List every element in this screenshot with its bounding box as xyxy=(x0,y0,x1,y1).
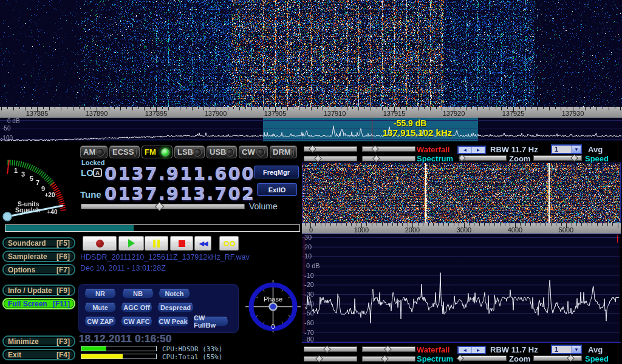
db-scale-label: -50 xyxy=(2,125,10,132)
left-arrow-icon[interactable]: ◄ xyxy=(459,147,471,153)
main-spectrum-display[interactable]: 0 dB -50 -100 -55.9 dB 137.915.102 kHz xyxy=(0,118,622,141)
cursor-freq-readout: 137.915.102 kHz xyxy=(383,127,452,138)
right-arrow-icon[interactable]: ► xyxy=(471,147,485,153)
despread-button[interactable]: Despread xyxy=(157,303,194,312)
main-waterfall-display[interactable] xyxy=(0,0,622,107)
combo-dropdown-icon[interactable]: ▾ xyxy=(572,346,581,353)
s-meter[interactable]: 1 3 5 7 9 +20 +40 S-units Squelch xyxy=(0,146,78,226)
mode-button-lsb[interactable]: LSB xyxy=(174,146,205,158)
mode-led-icon xyxy=(193,148,202,157)
phase-dial: Phase 0 xyxy=(245,273,301,340)
lo-frequency-display[interactable]: 0137.911.600 xyxy=(104,165,248,183)
mode-led-icon xyxy=(226,148,234,157)
cpu-total-fill xyxy=(81,354,123,359)
agc-off-button[interactable]: AGC Off xyxy=(121,303,152,312)
mute-button[interactable]: Mute xyxy=(84,303,116,312)
mode-button-row: AM ECSS FM LSB USB CW DRM xyxy=(80,146,298,159)
mode-button-drm[interactable]: DRM xyxy=(270,146,297,158)
speed-slider[interactable] xyxy=(533,356,582,361)
loop-button[interactable] xyxy=(219,236,239,251)
cpu-hdsdr-fill xyxy=(81,346,106,351)
af-db-label: 20 xyxy=(304,243,312,251)
nb-button[interactable]: NB xyxy=(122,289,154,298)
main-spectrum-trace xyxy=(0,118,622,141)
spectrum-offset-slider[interactable] xyxy=(362,356,415,362)
af-db-label: -80 xyxy=(304,335,314,343)
waterfall-shift-spinner[interactable]: ◄► xyxy=(457,346,486,354)
af-tick-label: 3000 xyxy=(451,226,477,234)
lo-a-badge[interactable]: A xyxy=(93,168,102,177)
tune-frequency-display[interactable]: 0137.913.702 xyxy=(104,185,248,203)
af-db-label: 30 xyxy=(304,234,312,241)
af-db-label: -10 xyxy=(304,272,314,279)
mode-button-usb[interactable]: USB xyxy=(207,146,237,158)
play-button[interactable] xyxy=(118,236,144,251)
freq-tick-label: 137915 xyxy=(376,110,412,117)
lo-label: LO xyxy=(81,167,94,178)
notch-button[interactable]: Notch xyxy=(159,289,190,298)
samplerate-button[interactable]: Samplerate[F6] xyxy=(2,251,75,262)
waterfall-label: Waterfall xyxy=(417,145,449,154)
recording-timestamp: Dec 10, 2011 - 13:01:28Z xyxy=(80,264,166,272)
zoom-slider[interactable] xyxy=(459,155,507,161)
zoom-label: Zoom xyxy=(509,154,530,163)
waterfall-shift-spinner[interactable]: ◄► xyxy=(457,146,486,154)
stop-button[interactable] xyxy=(170,236,193,251)
svg-text:3: 3 xyxy=(21,170,25,178)
rbw-label: RBW 11.7 Hz xyxy=(490,345,538,354)
combo-dropdown-icon[interactable]: ▾ xyxy=(572,146,581,153)
spectrum-range-slider[interactable] xyxy=(304,356,357,362)
pause-button[interactable] xyxy=(145,236,168,251)
af-frequency-scale[interactable]: 0 1000 2000 3000 4000 5000 xyxy=(302,223,621,234)
af-db-label: 10 xyxy=(304,252,312,260)
cw-peak-button[interactable]: CW Peak xyxy=(157,317,189,326)
rbw-label: RBW 11.7 Hz xyxy=(490,145,538,154)
waterfall-label: Waterfall xyxy=(417,345,449,354)
rewind-button[interactable]: ◀◀ xyxy=(194,236,211,251)
mode-button-ecss[interactable]: ECSS xyxy=(109,146,140,158)
minimize-button[interactable]: Minimize[F3] xyxy=(2,335,75,347)
mode-button-cw[interactable]: CW xyxy=(239,146,268,158)
exit-button[interactable]: Exit[F4] xyxy=(2,349,75,360)
playback-position-bar[interactable] xyxy=(5,224,300,232)
avg-combo[interactable]: 1▾ xyxy=(551,144,582,154)
options-button[interactable]: Options[F7] xyxy=(2,264,75,275)
waterfall-contrast-slider[interactable] xyxy=(362,146,415,152)
left-arrow-icon[interactable]: ◄ xyxy=(459,347,471,353)
cw-fullbw-button[interactable]: CW FullBw xyxy=(193,317,228,326)
freq-tick-label: 137930 xyxy=(555,110,591,117)
af-tick-label: 2000 xyxy=(399,226,426,234)
speed-label: Speed xyxy=(585,354,609,363)
cw-zap-button[interactable]: CW ZAP xyxy=(84,317,116,326)
waterfall-brightness-slider[interactable] xyxy=(304,346,357,352)
info-update-button[interactable]: Info / Update[F9] xyxy=(2,285,75,296)
play-icon xyxy=(128,239,135,248)
svg-text:+20: +20 xyxy=(45,192,55,198)
svg-text:7: 7 xyxy=(36,179,39,186)
right-arrow-icon[interactable]: ► xyxy=(471,347,485,353)
spectrum-label: Spectrum xyxy=(417,154,453,163)
af-spectrum-display[interactable]: 30 20 10 0 dB -10 -20 -30 -40 -50 -60 -7… xyxy=(302,234,621,343)
waterfall-contrast-slider[interactable] xyxy=(362,346,415,352)
nr-button[interactable]: NR xyxy=(84,289,116,298)
mode-button-fm[interactable]: FM xyxy=(142,146,173,158)
volume-slider[interactable] xyxy=(81,204,245,209)
fullscreen-button[interactable]: Full Screen[F11] xyxy=(2,298,75,309)
speed-slider[interactable] xyxy=(533,155,582,161)
record-button[interactable] xyxy=(83,236,117,251)
spectrum-offset-slider[interactable] xyxy=(362,156,415,161)
avg-combo[interactable]: 1▾ xyxy=(551,345,582,354)
soundcard-button[interactable]: Soundcard[F5] xyxy=(2,237,75,249)
spectrum-range-slider[interactable] xyxy=(304,156,357,161)
af-waterfall-display[interactable] xyxy=(302,163,621,223)
freqmgr-button[interactable]: FreqMgr xyxy=(254,166,299,178)
cw-afc-button[interactable]: CW AFC xyxy=(121,317,152,326)
extio-button[interactable]: ExtIO xyxy=(257,183,297,196)
display-controls-top: Waterfall ◄► RBW 11.7 Hz 1▾ Avg Spectrum… xyxy=(301,144,622,163)
waterfall-brightness-slider[interactable] xyxy=(304,146,357,152)
zoom-slider[interactable] xyxy=(459,356,507,361)
volume-slider-thumb[interactable] xyxy=(154,202,164,212)
freq-tick-label: 137885 xyxy=(19,110,55,117)
mode-button-am[interactable]: AM xyxy=(80,146,108,158)
main-frequency-scale[interactable]: 137885 137890 137895 137900 137905 13791… xyxy=(0,107,622,118)
